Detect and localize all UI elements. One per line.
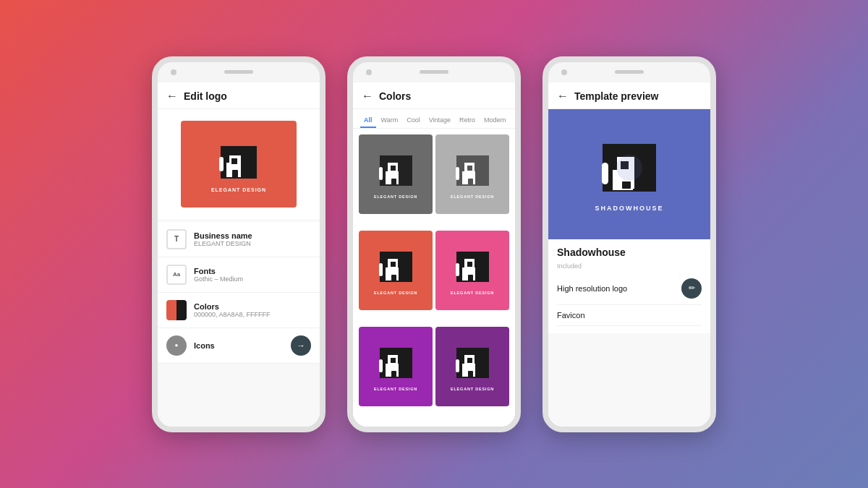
- template-screen-content: SHADOWHOUSE Shadowhouse Included High re…: [548, 109, 710, 427]
- template-hero-section: SHADOWHOUSE: [548, 109, 710, 239]
- phone-edit-logo: ← Edit logo: [152, 56, 326, 432]
- option-icons[interactable]: ● Icons →: [158, 328, 320, 364]
- colors-header: ← Colors: [353, 82, 515, 109]
- tab-vintage[interactable]: Vintage: [425, 114, 454, 128]
- speaker-bar-1: [224, 70, 253, 74]
- card6-logo: [453, 342, 493, 385]
- icons-text: Icons: [194, 341, 284, 350]
- color-card-3[interactable]: ELEGANT DESIGN: [359, 231, 433, 310]
- tab-modern[interactable]: Modern: [480, 114, 510, 128]
- template-name-label: Shadowhouse: [557, 247, 702, 258]
- svg-rect-20: [468, 179, 473, 186]
- business-name-label: Business name: [194, 231, 311, 240]
- svg-rect-47: [456, 359, 459, 372]
- edit-logo-content: ELEGANT DESIGN T Business name ELEGANT D…: [158, 109, 320, 427]
- card5-brand-text: ELEGANT DESIGN: [374, 387, 417, 391]
- color-card-5[interactable]: ELEGANT DESIGN: [359, 327, 433, 406]
- back-arrow-2[interactable]: ←: [362, 90, 373, 103]
- svg-rect-25: [391, 262, 396, 267]
- edit-high-res-button[interactable]: ✏: [681, 278, 702, 299]
- phone-template-preview: ← Template preview SHADOWHOUSE: [542, 56, 716, 432]
- svg-rect-33: [456, 263, 459, 276]
- tab-warm[interactable]: Warm: [378, 114, 402, 128]
- svg-rect-41: [391, 371, 396, 378]
- svg-rect-6: [232, 170, 238, 179]
- back-arrow-3[interactable]: ←: [557, 90, 569, 103]
- back-arrow-1[interactable]: ←: [166, 90, 178, 103]
- tab-retro[interactable]: Retro: [456, 114, 479, 128]
- svg-rect-19: [456, 167, 459, 180]
- svg-rect-54: [602, 163, 608, 184]
- colors-label: Colors: [194, 302, 311, 311]
- color-card-2[interactable]: ELEGANT DESIGN: [435, 134, 509, 214]
- template-preview-title: Template preview: [574, 90, 658, 102]
- color-swatch-black: [176, 300, 187, 320]
- edit-options-list: T Business name ELEGANT DESIGN Aa Fonts …: [158, 222, 320, 364]
- card6-brand-text: ELEGANT DESIGN: [451, 387, 494, 391]
- phone-top-bar-2: [353, 62, 515, 82]
- edit-logo-title: Edit logo: [184, 90, 227, 102]
- feature-favicon-label: Favicon: [557, 311, 585, 320]
- svg-rect-27: [391, 275, 396, 282]
- edit-logo-header: ← Edit logo: [158, 82, 320, 109]
- phone-screen-2: ← Colors All Warm Cool Vintage Retro Mod…: [353, 82, 515, 427]
- phone-screen-3: ← Template preview SHADOWHOUSE: [548, 82, 710, 427]
- business-name-value: ELEGANT DESIGN: [194, 240, 311, 247]
- business-name-icon: T: [166, 229, 187, 249]
- svg-rect-12: [379, 167, 383, 180]
- colors-text: Colors 000000, A8A8A8, FFFFFF: [194, 302, 311, 318]
- fonts-icon: Aa: [166, 265, 187, 285]
- phone-top-bar-1: [158, 62, 320, 82]
- option-business-name[interactable]: T Business name ELEGANT DESIGN: [158, 222, 320, 257]
- tab-cool[interactable]: Cool: [403, 114, 424, 128]
- option-fonts[interactable]: Aa Fonts Gothic – Medium: [158, 257, 320, 293]
- colors-value: 000000, A8A8A8, FFFFFF: [194, 311, 311, 318]
- card1-brand-text: ELEGANT DESIGN: [374, 194, 417, 199]
- card1-logo: [376, 150, 416, 193]
- svg-rect-39: [391, 358, 396, 363]
- feature-high-res-label: High resolution logo: [557, 284, 627, 293]
- card2-logo: [453, 150, 493, 193]
- speaker-bar-2: [420, 70, 448, 74]
- camera-dot-3: [561, 69, 567, 75]
- card2-brand-text: ELEGANT DESIGN: [451, 194, 494, 199]
- svg-rect-32: [467, 262, 472, 267]
- svg-rect-34: [468, 275, 473, 282]
- color-card-6[interactable]: ELEGANT DESIGN: [435, 327, 509, 406]
- svg-rect-11: [391, 166, 396, 171]
- card5-logo: [376, 342, 416, 385]
- svg-rect-55: [622, 181, 631, 189]
- tab-all[interactable]: All: [360, 114, 376, 128]
- color-card-4[interactable]: ELEGANT DESIGN: [435, 231, 509, 310]
- svg-rect-18: [467, 166, 472, 171]
- feature-row-high-res: High resolution logo ✏: [557, 273, 702, 305]
- template-hero-brand-text: SHADOWHOUSE: [595, 205, 663, 212]
- fonts-label: Fonts: [194, 267, 311, 275]
- template-hero-logo: [597, 137, 662, 202]
- phone-top-bar-3: [548, 62, 710, 82]
- card3-brand-text: ELEGANT DESIGN: [374, 291, 417, 295]
- color-filter-tabs: All Warm Cool Vintage Retro Modern: [353, 109, 515, 129]
- feature-row-favicon: Favicon: [557, 305, 702, 326]
- camera-dot-1: [171, 69, 176, 75]
- logo-building-illustration: [213, 135, 264, 186]
- phone-screen-1: ← Edit logo: [158, 82, 320, 427]
- svg-rect-26: [379, 263, 383, 276]
- card3-logo: [376, 246, 416, 289]
- included-label: Included: [557, 262, 702, 270]
- camera-dot-2: [366, 69, 372, 75]
- svg-rect-13: [391, 179, 396, 186]
- svg-point-56: [616, 155, 642, 181]
- fonts-value: Gothic – Medium: [194, 275, 311, 283]
- card4-brand-text: ELEGANT DESIGN: [451, 291, 494, 295]
- color-card-1[interactable]: ELEGANT DESIGN: [359, 134, 433, 214]
- option-colors[interactable]: Colors 000000, A8A8A8, FFFFFF: [158, 293, 320, 328]
- color-cards-grid: ELEGANT DESIGN: [353, 129, 515, 427]
- business-name-text: Business name ELEGANT DESIGN: [194, 231, 311, 247]
- logo-brand-label: ELEGANT DESIGN: [211, 187, 266, 192]
- logo-preview-container: ELEGANT DESIGN: [158, 109, 320, 219]
- fonts-text: Fonts Gothic – Medium: [194, 267, 311, 283]
- colors-screen-content: All Warm Cool Vintage Retro Modern: [353, 109, 515, 427]
- icons-arrow-button[interactable]: →: [291, 335, 311, 356]
- template-header: ← Template preview: [548, 82, 710, 109]
